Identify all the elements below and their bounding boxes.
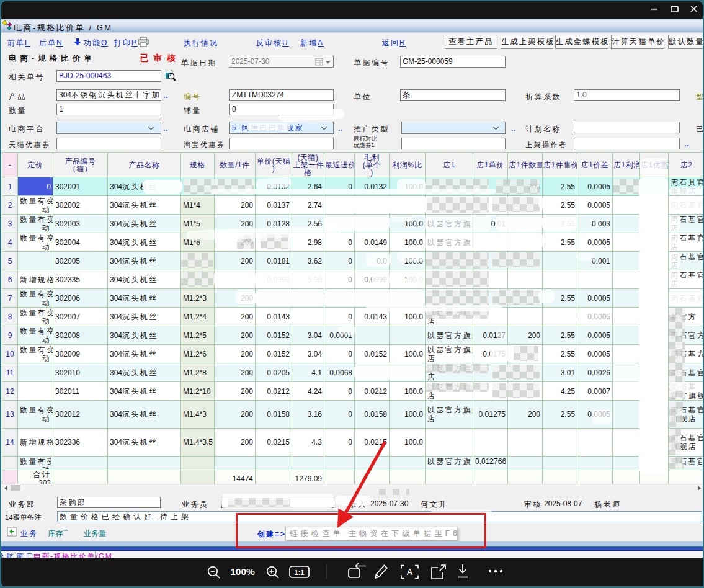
svg-text:A: A	[407, 567, 413, 577]
svg-text:100%: 100%	[230, 566, 255, 577]
svg-text:1:1: 1:1	[295, 569, 305, 576]
